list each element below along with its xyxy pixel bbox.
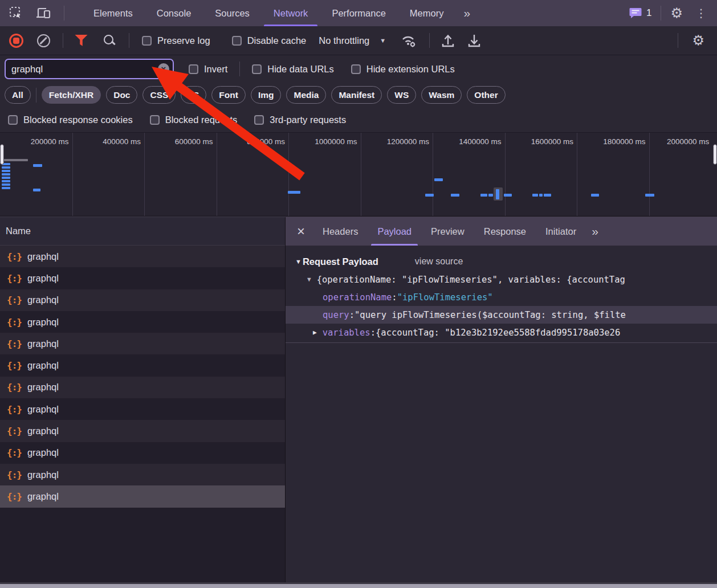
request-timing-bar	[2, 159, 28, 161]
request-name: graphql	[27, 382, 59, 393]
row-expand-icon[interactable]: ▶	[313, 329, 317, 336]
request-row[interactable]: {:}graphql	[0, 354, 285, 376]
search-icon[interactable]	[103, 34, 116, 47]
device-toolbar-icon[interactable]	[36, 6, 51, 20]
request-timing-bar	[2, 183, 10, 186]
more-tabs-chevron[interactable]: »	[455, 6, 477, 20]
request-row[interactable]: {:}graphql	[0, 442, 285, 464]
request-payload-section[interactable]: ▼ Request Payload view source	[286, 252, 717, 271]
request-row[interactable]: {:}graphql	[0, 311, 285, 333]
chip-media[interactable]: Media	[286, 86, 326, 104]
tab-memory[interactable]: Memory	[398, 0, 456, 26]
filter-row: × Invert Hide data URLs Hide extension U…	[0, 55, 717, 83]
summary-collapse-icon[interactable]: ▼	[307, 276, 311, 283]
preserve-log-checkbox[interactable]	[142, 36, 152, 46]
chip-js[interactable]: JS	[181, 86, 206, 104]
throttling-caret-icon: ▼	[380, 37, 386, 44]
filter-toggle-icon[interactable]	[75, 35, 88, 47]
tab-console[interactable]: Console	[145, 0, 203, 26]
request-name: graphql	[27, 469, 59, 480]
tab-network[interactable]: Network	[262, 0, 320, 26]
network-overview-timeline[interactable]: 200000 ms400000 ms600000 ms800000 ms1000…	[0, 133, 717, 217]
devtools-tabbar: ElementsConsoleSourcesNetworkPerformance…	[0, 0, 717, 26]
close-detail-icon[interactable]: ×	[297, 224, 305, 238]
view-source-link[interactable]: view source	[415, 256, 463, 267]
chip-separator	[36, 88, 36, 103]
disable-cache-label: Disable cache	[247, 35, 307, 46]
blocked-filter-checkbox[interactable]	[254, 115, 264, 125]
fetch-xhr-icon: {:}	[7, 295, 22, 305]
clear-network-log-button[interactable]	[37, 34, 50, 47]
payload-kv-row[interactable]: query: "query ipFlowTimeseries($accountT…	[286, 306, 717, 324]
network-settings-gear-icon[interactable]: ⚙	[692, 34, 704, 47]
chip-css[interactable]: CSS	[142, 86, 176, 104]
overview-right-handle[interactable]	[713, 144, 717, 165]
hide-data-urls-checkbox[interactable]	[252, 64, 262, 74]
invert-label: Invert	[204, 64, 227, 75]
inspect-element-icon[interactable]	[9, 6, 23, 21]
toolbar-separator	[678, 33, 678, 48]
hide-extension-urls-checkbox[interactable]	[351, 64, 361, 74]
request-timing-bar	[645, 194, 654, 197]
request-timing-bar	[288, 191, 300, 194]
toolbar-separator	[429, 33, 430, 48]
chip-manifest[interactable]: Manifest	[331, 86, 382, 104]
blocked-filter-checkbox[interactable]	[8, 115, 18, 125]
import-har-icon[interactable]	[441, 33, 455, 48]
kebab-menu-icon[interactable]: ⋮	[692, 6, 710, 20]
request-row[interactable]: {:}graphql	[0, 398, 285, 420]
chip-doc[interactable]: Doc	[106, 86, 137, 104]
request-row[interactable]: {:}graphql	[0, 464, 285, 485]
fetch-xhr-icon: {:}	[7, 491, 22, 502]
chip-other[interactable]: Other	[467, 86, 505, 104]
request-row[interactable]: {:}graphql	[0, 485, 285, 507]
chip-font[interactable]: Font	[211, 86, 246, 104]
blocked-filter-group: Blocked requests	[150, 115, 238, 125]
chip-ws[interactable]: WS	[387, 86, 416, 104]
request-row[interactable]: {:}graphql	[0, 333, 285, 354]
name-column-header[interactable]: Name	[0, 217, 285, 246]
throttling-select[interactable]: No throttling ▼	[319, 35, 386, 46]
request-row[interactable]: {:}graphql	[0, 420, 285, 442]
clear-filter-icon[interactable]: ×	[158, 63, 169, 75]
tab-elements[interactable]: Elements	[82, 0, 145, 26]
request-row[interactable]: {:}graphql	[0, 267, 285, 289]
chip-img[interactable]: Img	[251, 86, 282, 104]
detail-more-tabs-chevron[interactable]: »	[592, 224, 597, 238]
export-har-icon[interactable]	[467, 33, 481, 48]
payload-kv-row[interactable]: ▶variables: {accountTag: "b12e3b2192ee55…	[286, 324, 717, 341]
request-row[interactable]: {:}graphql	[0, 246, 285, 267]
fetch-xhr-icon: {:}	[7, 251, 22, 262]
chip-all[interactable]: All	[5, 86, 31, 104]
request-row[interactable]: {:}graphql	[0, 377, 285, 398]
detail-tab-initiator[interactable]: Initiator	[536, 217, 586, 246]
network-conditions-icon[interactable]	[400, 32, 418, 48]
chip-fetch-xhr[interactable]: Fetch/XHR	[42, 86, 101, 104]
invert-checkbox[interactable]	[189, 64, 198, 74]
fetch-xhr-icon: {:}	[7, 338, 22, 349]
issues-badge[interactable]: 1	[629, 7, 651, 19]
overview-left-handle[interactable]	[0, 144, 4, 165]
payload-value: "ipFlowTimeseries"	[397, 292, 493, 303]
payload-summary-row[interactable]: ▼ {operationName: "ipFlowTimeseries", va…	[286, 271, 717, 288]
ruler-label: 1000000 ms	[315, 137, 357, 146]
request-row[interactable]: {:}graphql	[0, 289, 285, 311]
request-timing-bar	[496, 189, 499, 199]
detail-tab-preview[interactable]: Preview	[421, 217, 474, 246]
filter-input[interactable]	[5, 59, 174, 79]
request-timing-bar	[504, 194, 512, 197]
section-collapse-icon[interactable]: ▼	[295, 258, 302, 265]
tab-performance[interactable]: Performance	[320, 0, 397, 26]
settings-gear-icon[interactable]: ⚙	[670, 6, 683, 20]
payload-kv-row[interactable]: operationName: "ipFlowTimeseries"	[286, 288, 717, 306]
chip-wasm[interactable]: Wasm	[421, 86, 462, 104]
blocked-filter-group: Blocked response cookies	[8, 115, 133, 125]
blocked-filter-checkbox[interactable]	[150, 115, 160, 125]
tab-sources[interactable]: Sources	[203, 0, 262, 26]
detail-tab-response[interactable]: Response	[474, 217, 536, 246]
request-timing-bar	[480, 194, 487, 197]
record-button[interactable]	[9, 34, 23, 48]
disable-cache-checkbox[interactable]	[232, 36, 242, 46]
detail-tab-headers[interactable]: Headers	[313, 217, 368, 246]
detail-tab-payload[interactable]: Payload	[368, 217, 421, 246]
